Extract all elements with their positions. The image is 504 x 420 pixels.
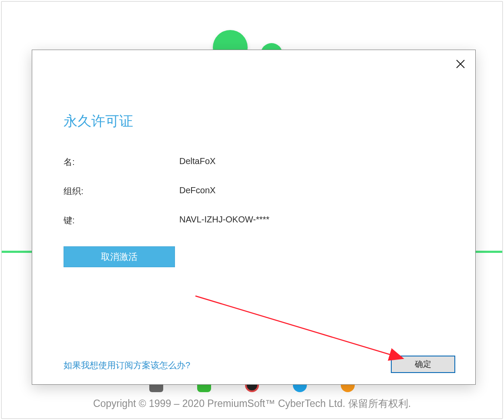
key-value: NAVL-IZHJ-OKOW-**** [179,215,444,226]
subscription-link-label: 如果我想使用订阅方案该怎么办? [64,360,190,370]
annotation-arrow [193,294,411,368]
org-value: DeFconX [179,185,444,197]
deactivate-button[interactable]: 取消激活 [64,246,175,267]
svg-line-3 [195,296,402,358]
license-dialog: 永久许可证 名: DeltaFoX 组织: DeFconX 键: NAVL-IZ… [32,50,476,385]
name-value: DeltaFoX [179,156,444,168]
deactivate-button-label: 取消激活 [101,251,138,263]
dialog-title: 永久许可证 [64,112,444,131]
license-org-row: 组织: DeFconX [64,185,444,197]
background-window: Copyright © 1999 – 2020 PremiumSoft™ Cyb… [1,1,503,419]
ok-button-label: 确定 [415,359,431,370]
key-label: 键: [64,215,179,226]
copyright-text: Copyright © 1999 – 2020 PremiumSoft™ Cyb… [2,397,502,410]
name-label: 名: [64,156,179,168]
close-button[interactable] [453,56,468,72]
license-name-row: 名: DeltaFoX [64,156,444,168]
ok-button[interactable]: 确定 [391,356,455,373]
close-icon [456,59,465,69]
org-label: 组织: [64,185,179,197]
license-key-row: 键: NAVL-IZHJ-OKOW-**** [64,215,444,226]
subscription-link[interactable]: 如果我想使用订阅方案该怎么办? [64,360,190,371]
